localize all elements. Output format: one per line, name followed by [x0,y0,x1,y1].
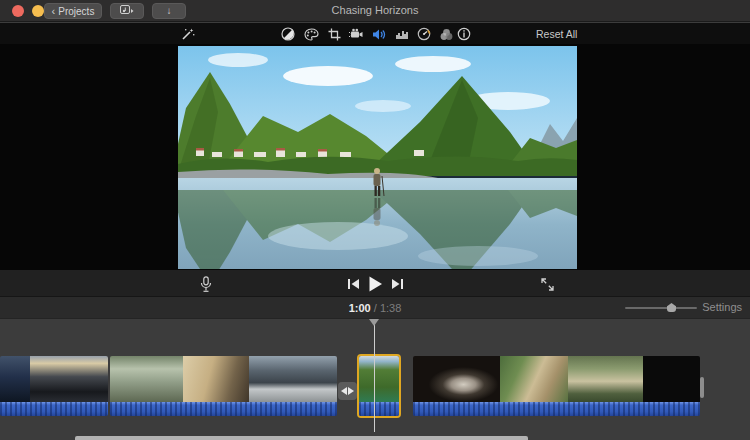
imovie-window: ‹ Projects ↓ Chasing Horizons [0,0,750,440]
clip-green-valley-selected[interactable] [357,354,401,418]
clip-thumbnails [0,356,108,402]
reset-all-button[interactable]: Reset All [536,28,577,40]
media-browser-button[interactable] [110,3,144,19]
adjustments-toolbar: Reset All [0,23,750,44]
color-correction-palette-icon[interactable] [303,26,319,42]
audio-waveform [359,402,399,416]
thumbnail [643,356,700,402]
thumbnail [30,356,108,402]
thumbnail [359,356,399,402]
clip-thumbnails [359,356,399,402]
vertical-scrollbar[interactable] [700,377,704,398]
clip-thumbnails [413,356,700,402]
auto-enhance-wand-icon[interactable] [180,26,196,42]
close-button[interactable] [12,5,24,17]
title-bar: ‹ Projects ↓ Chasing Horizons [0,0,750,22]
noise-reduction-eq-icon[interactable] [394,26,410,42]
clip-river-boats-and-road[interactable] [110,356,337,416]
playhead-line[interactable] [374,319,375,432]
stabilization-camera-icon[interactable] [348,26,364,42]
microphone-icon[interactable] [198,275,214,293]
clip-filter-circles-icon[interactable] [438,26,454,42]
import-down-arrow-icon: ↓ [167,6,172,16]
timeline-area[interactable] [0,319,750,440]
horizontal-scrollbar[interactable] [75,436,528,440]
total-time: 1:38 [380,302,401,314]
thumbnail [0,356,30,402]
video-frame[interactable] [178,46,577,271]
clip-cave-and-trail[interactable] [413,356,700,416]
info-icon[interactable] [456,26,472,42]
thumbnail [183,356,249,402]
thumbnail [568,356,643,402]
audio-waveform [413,402,700,416]
settings-button[interactable]: Settings [702,301,742,313]
playhead-handle[interactable] [369,319,379,326]
clip-size-slider[interactable] [625,307,697,309]
color-balance-icon[interactable] [280,26,296,42]
thumbnail [249,356,337,402]
viewer-area [0,44,750,269]
projects-label: Projects [58,6,94,17]
skip-back-icon[interactable] [346,277,360,291]
playback-bar [0,269,750,297]
audio-waveform [0,402,108,416]
projects-back-button[interactable]: ‹ Projects [44,3,102,19]
time-separator: / [374,302,377,314]
thumbnail [413,356,500,402]
crop-icon[interactable] [326,26,342,42]
current-time: 1:00 [349,302,371,314]
timeline-header: 1:00 / 1:38 Settings [0,297,750,319]
skip-forward-icon[interactable] [390,277,404,291]
clip-dark-mountain-lake[interactable] [0,356,108,416]
minimize-button[interactable] [32,5,44,17]
back-chevron-icon: ‹ [52,5,56,17]
transition-triangles-icon[interactable] [338,382,357,400]
thumbnail [500,356,568,402]
speed-gauge-icon[interactable] [416,26,432,42]
thumbnail [110,356,183,402]
transition-right-triangle [348,387,354,395]
import-button[interactable]: ↓ [152,3,186,19]
volume-speaker-icon[interactable] [371,26,387,42]
audio-waveform [110,402,337,416]
fullscreen-icon[interactable] [540,277,554,291]
media-browser-icon [120,5,134,18]
transition-left-triangle [341,387,347,395]
play-icon[interactable] [366,275,384,293]
clip-thumbnails [110,356,337,402]
